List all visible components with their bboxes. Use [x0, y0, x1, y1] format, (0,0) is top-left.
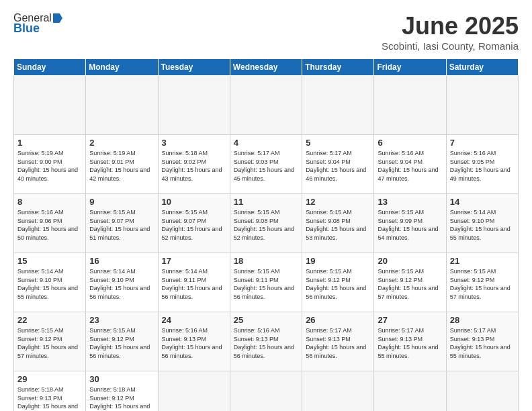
calendar-week-row: 15Sunrise: 5:14 AMSunset: 9:10 PMDayligh… — [14, 253, 519, 312]
cell-info: Sunrise: 5:17 AMSunset: 9:13 PMDaylight:… — [378, 326, 442, 360]
cell-info: Sunrise: 5:14 AMSunset: 9:10 PMDaylight:… — [89, 267, 154, 301]
daylight-label: Daylight: 15 hours and 56 minutes. — [89, 285, 150, 300]
cell-info: Sunrise: 5:15 AMSunset: 9:08 PMDaylight:… — [306, 208, 370, 242]
cell-info: Sunrise: 5:14 AMSunset: 9:10 PMDaylight:… — [17, 267, 82, 301]
table-row: 9Sunrise: 5:15 AMSunset: 9:07 PMDaylight… — [86, 194, 158, 253]
day-number: 15 — [17, 256, 82, 266]
cell-info: Sunrise: 5:15 AMSunset: 9:12 PMDaylight:… — [89, 326, 154, 360]
col-monday: Monday — [86, 59, 158, 76]
cell-info: Sunrise: 5:18 AMSunset: 9:12 PMDaylight:… — [89, 385, 154, 411]
table-row: 2Sunrise: 5:19 AMSunset: 9:01 PMDaylight… — [86, 135, 158, 194]
sunrise-label: Sunrise: 5:17 AM — [234, 150, 280, 156]
daylight-label: Daylight: 15 hours and 55 minutes. — [450, 226, 511, 241]
cell-info: Sunrise: 5:16 AMSunset: 9:05 PMDaylight:… — [450, 149, 515, 183]
col-thursday: Thursday — [302, 59, 374, 76]
sunset-label: Sunset: 9:05 PM — [450, 158, 495, 165]
table-row — [158, 371, 230, 412]
sunrise-label: Sunrise: 5:15 AM — [162, 209, 208, 216]
cell-info: Sunrise: 5:15 AMSunset: 9:08 PMDaylight:… — [234, 208, 298, 242]
table-row: 18Sunrise: 5:15 AMSunset: 9:11 PMDayligh… — [230, 253, 302, 312]
day-number: 2 — [89, 138, 154, 148]
cell-info: Sunrise: 5:16 AMSunset: 9:13 PMDaylight:… — [234, 326, 298, 360]
sunrise-label: Sunrise: 5:15 AM — [234, 209, 280, 216]
daylight-label: Daylight: 15 hours and 56 minutes. — [306, 344, 366, 359]
sunrise-label: Sunrise: 5:16 AM — [234, 327, 280, 334]
day-number: 11 — [234, 197, 298, 207]
day-number: 22 — [17, 315, 82, 325]
table-row: 20Sunrise: 5:15 AMSunset: 9:12 PMDayligh… — [374, 253, 446, 312]
day-number: 12 — [306, 197, 370, 207]
table-row: 7Sunrise: 5:16 AMSunset: 9:05 PMDaylight… — [446, 135, 518, 194]
sunrise-label: Sunrise: 5:14 AM — [17, 268, 64, 275]
table-row: 15Sunrise: 5:14 AMSunset: 9:10 PMDayligh… — [14, 253, 86, 312]
table-row: 24Sunrise: 5:16 AMSunset: 9:13 PMDayligh… — [158, 312, 230, 371]
calendar-week-row: 8Sunrise: 5:16 AMSunset: 9:06 PMDaylight… — [14, 194, 519, 253]
sunset-label: Sunset: 9:12 PM — [450, 277, 495, 283]
sunrise-label: Sunrise: 5:17 AM — [378, 327, 424, 334]
sunset-label: Sunset: 9:12 PM — [89, 336, 134, 342]
col-friday: Friday — [374, 59, 446, 76]
sunrise-label: Sunrise: 5:16 AM — [450, 150, 496, 156]
daylight-label: Daylight: 15 hours and 43 minutes. — [162, 167, 222, 182]
calendar-header-row: Sunday Monday Tuesday Wednesday Thursday… — [14, 59, 519, 76]
table-row — [158, 76, 230, 135]
sunset-label: Sunset: 9:13 PM — [450, 336, 495, 342]
cell-info: Sunrise: 5:16 AMSunset: 9:06 PMDaylight:… — [17, 208, 82, 242]
title-block: June 2025 Scobinti, Iasi County, Romania — [382, 12, 519, 52]
table-row — [302, 371, 374, 412]
table-row — [302, 76, 374, 135]
day-number: 1 — [17, 138, 82, 148]
sunset-label: Sunset: 9:04 PM — [378, 158, 423, 165]
cell-info: Sunrise: 5:16 AMSunset: 9:13 PMDaylight:… — [162, 326, 226, 360]
day-number: 8 — [17, 197, 82, 207]
day-number: 23 — [89, 315, 154, 325]
day-number: 24 — [162, 315, 226, 325]
table-row — [230, 76, 302, 135]
table-row — [446, 76, 518, 135]
sunset-label: Sunset: 9:12 PM — [306, 277, 351, 283]
sunset-label: Sunset: 9:13 PM — [17, 395, 62, 402]
sunset-label: Sunset: 9:02 PM — [162, 158, 207, 165]
sunset-label: Sunset: 9:01 PM — [89, 158, 134, 165]
sunrise-label: Sunrise: 5:14 AM — [162, 268, 208, 275]
sunset-label: Sunset: 9:13 PM — [306, 336, 351, 342]
sunrise-label: Sunrise: 5:15 AM — [378, 268, 424, 275]
calendar-week-row: 1Sunrise: 5:19 AMSunset: 9:00 PMDaylight… — [14, 135, 519, 194]
cell-info: Sunrise: 5:16 AMSunset: 9:04 PMDaylight:… — [378, 149, 442, 183]
table-row: 17Sunrise: 5:14 AMSunset: 9:11 PMDayligh… — [158, 253, 230, 312]
sunset-label: Sunset: 9:12 PM — [89, 395, 134, 402]
sunrise-label: Sunrise: 5:15 AM — [306, 268, 352, 275]
sunrise-label: Sunrise: 5:17 AM — [306, 150, 352, 156]
day-number: 9 — [89, 197, 154, 207]
table-row: 19Sunrise: 5:15 AMSunset: 9:12 PMDayligh… — [302, 253, 374, 312]
col-tuesday: Tuesday — [158, 59, 230, 76]
sunset-label: Sunset: 9:06 PM — [17, 218, 62, 224]
day-number: 25 — [234, 315, 298, 325]
daylight-label: Daylight: 15 hours and 55 minutes. — [17, 285, 78, 300]
day-number: 20 — [378, 256, 442, 266]
sunrise-label: Sunrise: 5:17 AM — [450, 327, 496, 334]
daylight-label: Daylight: 15 hours and 52 minutes. — [234, 226, 294, 241]
table-row: 29Sunrise: 5:18 AMSunset: 9:13 PMDayligh… — [14, 371, 86, 412]
col-wednesday: Wednesday — [230, 59, 302, 76]
daylight-label: Daylight: 15 hours and 55 minutes. — [450, 344, 511, 359]
sunset-label: Sunset: 9:04 PM — [306, 158, 351, 165]
daylight-label: Daylight: 15 hours and 50 minutes. — [17, 226, 78, 241]
sunrise-label: Sunrise: 5:17 AM — [306, 327, 352, 334]
sunset-label: Sunset: 9:11 PM — [234, 277, 279, 283]
cell-info: Sunrise: 5:17 AMSunset: 9:13 PMDaylight:… — [450, 326, 515, 360]
sunset-label: Sunset: 9:09 PM — [378, 218, 423, 224]
table-row — [230, 371, 302, 412]
sunset-label: Sunset: 9:08 PM — [306, 218, 351, 224]
calendar-week-row: 22Sunrise: 5:15 AMSunset: 9:12 PMDayligh… — [14, 312, 519, 371]
sunset-label: Sunset: 9:08 PM — [234, 218, 279, 224]
table-row: 6Sunrise: 5:16 AMSunset: 9:04 PMDaylight… — [374, 135, 446, 194]
table-row — [14, 76, 86, 135]
table-row: 22Sunrise: 5:15 AMSunset: 9:12 PMDayligh… — [14, 312, 86, 371]
table-row: 27Sunrise: 5:17 AMSunset: 9:13 PMDayligh… — [374, 312, 446, 371]
day-number: 30 — [89, 374, 154, 384]
sunset-label: Sunset: 9:12 PM — [17, 336, 62, 342]
table-row: 13Sunrise: 5:15 AMSunset: 9:09 PMDayligh… — [374, 194, 446, 253]
sunset-label: Sunset: 9:10 PM — [450, 218, 495, 224]
daylight-label: Daylight: 15 hours and 52 minutes. — [162, 226, 222, 241]
